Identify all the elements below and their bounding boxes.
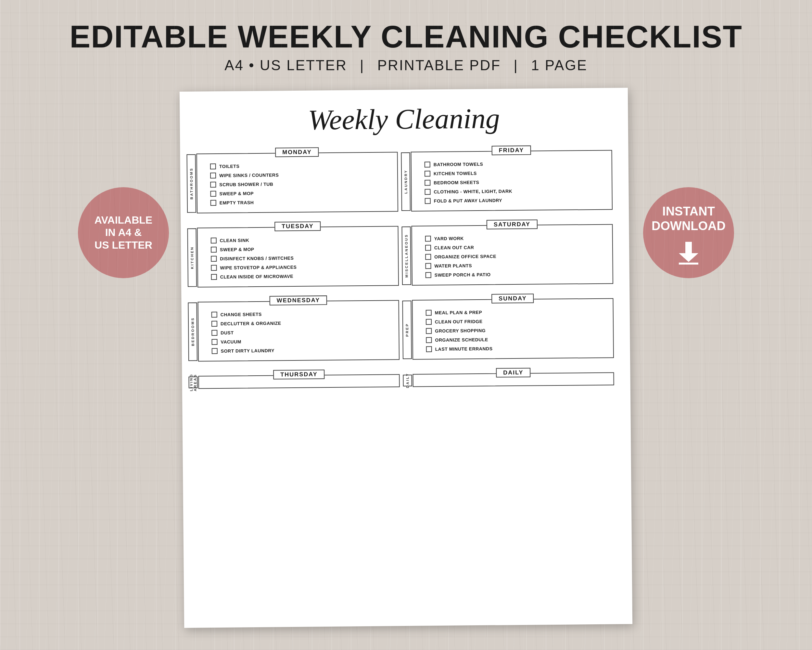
checklist-grid: BATHROOMS MONDAY TOILETS WIPE SINKS / CO…: [196, 143, 614, 361]
available-badge: AVAILABLEIN A4 &US LETTER: [78, 187, 169, 278]
checkbox[interactable]: [211, 339, 217, 345]
list-item: WIPE SINKS / COUNTERS: [210, 169, 392, 180]
list-item: SWEEP PORCH & PATIO: [426, 269, 607, 280]
download-icon: [676, 239, 702, 265]
checkbox[interactable]: [425, 245, 431, 251]
checkbox[interactable]: [210, 182, 216, 188]
available-badge-text: AVAILABLEIN A4 &US LETTER: [88, 207, 159, 258]
list-item: DUST: [211, 327, 393, 337]
list-item: KITCHEN TOWELS: [424, 167, 606, 178]
bedrooms-label: BEDROOMS: [188, 302, 197, 361]
checkbox[interactable]: [424, 162, 430, 167]
subtitle-pages: 1 PAGE: [531, 57, 588, 73]
checkbox[interactable]: [211, 321, 217, 327]
laundry-label: LAUNDRY: [401, 152, 411, 211]
checkbox[interactable]: [211, 265, 217, 271]
svg-rect-2: [679, 263, 698, 265]
checkbox[interactable]: [426, 328, 432, 334]
list-item: DECLUTTER & ORGANIZE: [211, 318, 393, 328]
sunday-section: PREP SUNDAY MEAL PLAN & PREP CLEAN OUT F…: [412, 298, 614, 359]
tuesday-header: TUESDAY: [275, 221, 321, 231]
saturday-header: SATURDAY: [487, 219, 537, 229]
list-item: ORGANIZE SCHEDULE: [426, 334, 608, 344]
svg-marker-1: [679, 253, 698, 262]
checkbox[interactable]: [210, 191, 216, 197]
subtitle: A4 • US LETTER | PRINTABLE PDF | 1 PAGE: [0, 57, 812, 73]
checkbox[interactable]: [211, 312, 217, 318]
checkbox[interactable]: [211, 330, 217, 336]
friday-header: FRIDAY: [492, 145, 531, 155]
instant-download-badge: INSTANTDOWNLOAD: [643, 187, 734, 278]
saturday-section: MISCELLANEOUS SATURDAY YARD WORK CLEAN O…: [411, 224, 613, 285]
sunday-header: SUNDAY: [491, 294, 534, 303]
list-item: MEAL PLAN & PREP: [426, 306, 608, 317]
list-item: SCRUB SHOWER / TUB: [210, 179, 392, 189]
wednesday-items: CHANGE SHEETS DECLUTTER & ORGANIZE DUST …: [211, 306, 394, 356]
checkbox[interactable]: [210, 173, 216, 179]
list-item: CLEAN OUT CAR: [425, 242, 607, 252]
main-content: AVAILABLEIN A4 &US LETTER Weekly Cleanin…: [0, 83, 812, 632]
checkbox[interactable]: [425, 263, 431, 269]
checkbox[interactable]: [426, 346, 432, 352]
daily-section: DAILY DAILY: [412, 372, 614, 387]
list-item: DISINFECT KNOBS / SWITCHES: [211, 252, 393, 263]
list-item: CLEAN INSIDE OF MICROWAVE: [211, 271, 393, 281]
paper-title: Weekly Cleaning: [196, 101, 612, 137]
checkbox[interactable]: [425, 236, 431, 242]
thursday-section: LIVING AREAS THURSDAY: [198, 374, 400, 389]
checkbox[interactable]: [424, 171, 430, 176]
subtitle-sep2: |: [513, 57, 518, 73]
instant-download-text: INSTANTDOWNLOAD: [645, 201, 732, 237]
list-item: VACUUM: [211, 336, 393, 346]
checkbox[interactable]: [425, 198, 431, 204]
tuesday-items: CLEAN SINK SWEEP & MOP DISINFECT KNOBS /…: [211, 232, 393, 281]
svg-rect-0: [685, 242, 692, 253]
prep-label: PREP: [402, 300, 412, 359]
list-item: CLEAN OUT FRIDGE: [426, 315, 608, 326]
list-item: FOLD & PUT AWAY LAUNDRY: [425, 195, 607, 205]
checklist-paper: Weekly Cleaning BATHROOMS MONDAY TOILETS…: [180, 88, 632, 628]
list-item: SORT DIRTY LAUNDRY: [212, 345, 394, 356]
monday-section: BATHROOMS MONDAY TOILETS WIPE SINKS / CO…: [196, 152, 398, 213]
list-item: GROCERY SHOPPING: [426, 325, 608, 335]
main-title: EDITABLE WEEKLY CLEANING CHECKLIST: [0, 20, 812, 54]
wednesday-section: BEDROOMS WEDNESDAY CHANGE SHEETS DECLUTT…: [197, 300, 400, 361]
friday-section: LAUNDRY FRIDAY BATHROOM TOWELS KITCHEN T…: [411, 150, 612, 211]
checkbox[interactable]: [211, 200, 216, 206]
subtitle-sep1: |: [360, 57, 365, 73]
checkbox[interactable]: [426, 272, 431, 278]
daily-header: DAILY: [496, 367, 531, 377]
miscellaneous-label: MISCELLANEOUS: [401, 226, 411, 285]
bathrooms-label: BATHROOMS: [187, 154, 197, 213]
list-item: YARD WORK: [425, 232, 607, 243]
list-item: CLOTHING - WHITE, LIGHT, DARK: [424, 185, 606, 196]
tuesday-section: KITCHEN TUESDAY CLEAN SINK SWEEP & MOP D…: [197, 226, 399, 287]
checkbox[interactable]: [211, 256, 217, 262]
list-item: SWEEP & MOP: [211, 243, 393, 254]
monday-items: TOILETS WIPE SINKS / COUNTERS SCRUB SHOW…: [210, 158, 392, 207]
checkbox[interactable]: [424, 180, 430, 185]
checkbox[interactable]: [211, 247, 217, 252]
list-item: WATER PLANTS: [425, 260, 607, 271]
monday-header: MONDAY: [275, 147, 319, 157]
friday-items: BATHROOM TOWELS KITCHEN TOWELS BEDROOM S…: [424, 156, 607, 205]
checkbox[interactable]: [426, 337, 432, 343]
page-header: EDITABLE WEEKLY CLEANING CHECKLIST A4 • …: [0, 0, 812, 83]
kitchen-label: KITCHEN: [188, 228, 197, 287]
list-item: CLEAN SINK: [211, 234, 393, 245]
list-item: BATHROOM TOWELS: [424, 158, 606, 169]
checkbox[interactable]: [211, 274, 217, 280]
wednesday-header: WEDNESDAY: [270, 295, 327, 306]
checkbox[interactable]: [424, 189, 430, 195]
checkbox[interactable]: [426, 310, 432, 315]
list-item: TOILETS: [210, 160, 392, 171]
checkbox[interactable]: [425, 254, 431, 260]
list-item: BEDROOM SHEETS: [424, 176, 606, 187]
subtitle-a4: A4 • US LETTER: [224, 57, 347, 73]
checkbox[interactable]: [212, 348, 218, 354]
checkbox[interactable]: [426, 319, 432, 325]
checkbox[interactable]: [211, 237, 217, 243]
list-item: LAST MINUTE ERRANDS: [426, 343, 608, 353]
subtitle-pdf: PRINTABLE PDF: [377, 57, 501, 73]
checkbox[interactable]: [210, 164, 216, 169]
